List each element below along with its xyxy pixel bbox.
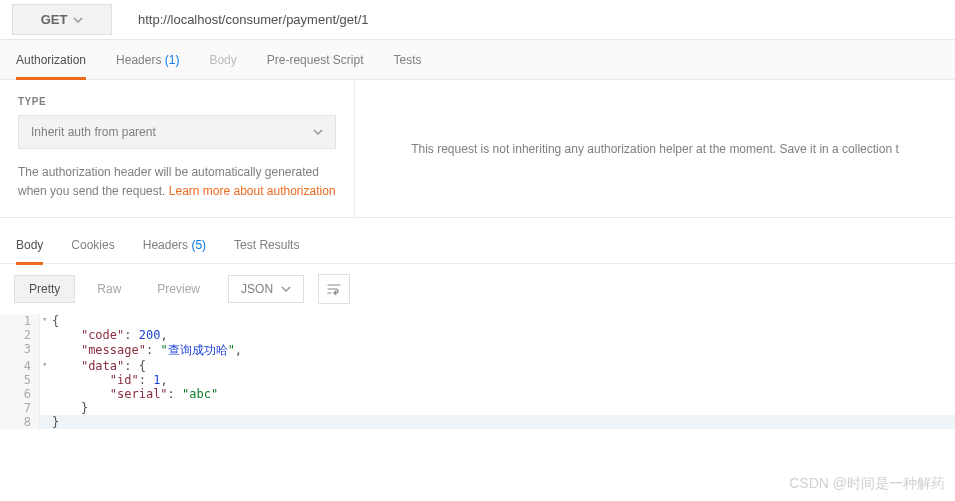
chevron-down-icon xyxy=(281,286,291,292)
code-line: 3 "message": "查询成功哈", xyxy=(0,342,955,359)
tab-response-headers[interactable]: Headers (5) xyxy=(143,225,206,265)
tab-authorization[interactable]: Authorization xyxy=(16,40,86,80)
code-line: 4▾ "data": { xyxy=(0,359,955,373)
tab-headers-count: (1) xyxy=(165,53,180,67)
format-select[interactable]: JSON xyxy=(228,275,304,303)
viewtab-pretty[interactable]: Pretty xyxy=(14,275,75,303)
code-line: 2 "code": 200, xyxy=(0,328,955,342)
tab-response-headers-count: (5) xyxy=(191,238,206,252)
code-line: 8} xyxy=(0,415,955,429)
chevron-down-icon xyxy=(313,129,323,135)
code-line: 5 "id": 1, xyxy=(0,373,955,387)
tab-headers-label: Headers xyxy=(116,53,161,67)
auth-type-value: Inherit auth from parent xyxy=(31,125,156,139)
tab-body[interactable]: Body xyxy=(209,40,236,80)
chevron-down-icon xyxy=(73,17,83,23)
http-method-label: GET xyxy=(41,12,68,27)
url-input[interactable] xyxy=(124,0,955,39)
viewtab-raw[interactable]: Raw xyxy=(83,276,135,302)
wrap-icon[interactable] xyxy=(318,274,350,304)
tab-prerequest[interactable]: Pre-request Script xyxy=(267,40,364,80)
response-tabs: Body Cookies Headers (5) Test Results xyxy=(0,226,955,264)
tab-response-cookies[interactable]: Cookies xyxy=(71,225,114,265)
auth-description: The authorization header will be automat… xyxy=(18,163,336,201)
learn-more-link[interactable]: Learn more about authorization xyxy=(169,184,336,198)
format-label: JSON xyxy=(241,282,273,296)
code-line: 6 "serial": "abc" xyxy=(0,387,955,401)
tab-response-headers-label: Headers xyxy=(143,238,188,252)
response-body-code[interactable]: 1▾{2 "code": 200,3 "message": "查询成功哈",4▾… xyxy=(0,314,955,429)
auth-message: This request is not inheriting any autho… xyxy=(355,80,955,217)
code-line: 1▾{ xyxy=(0,314,955,328)
tab-response-body[interactable]: Body xyxy=(16,225,43,265)
http-method-select[interactable]: GET xyxy=(12,4,112,35)
tab-response-testresults[interactable]: Test Results xyxy=(234,225,299,265)
tab-tests[interactable]: Tests xyxy=(393,40,421,80)
code-line: 7 } xyxy=(0,401,955,415)
auth-type-label: TYPE xyxy=(18,96,336,107)
request-tabs: Authorization Headers (1) Body Pre-reque… xyxy=(0,40,955,80)
tab-headers[interactable]: Headers (1) xyxy=(116,40,179,80)
viewtab-preview[interactable]: Preview xyxy=(143,276,214,302)
auth-type-select[interactable]: Inherit auth from parent xyxy=(18,115,336,149)
